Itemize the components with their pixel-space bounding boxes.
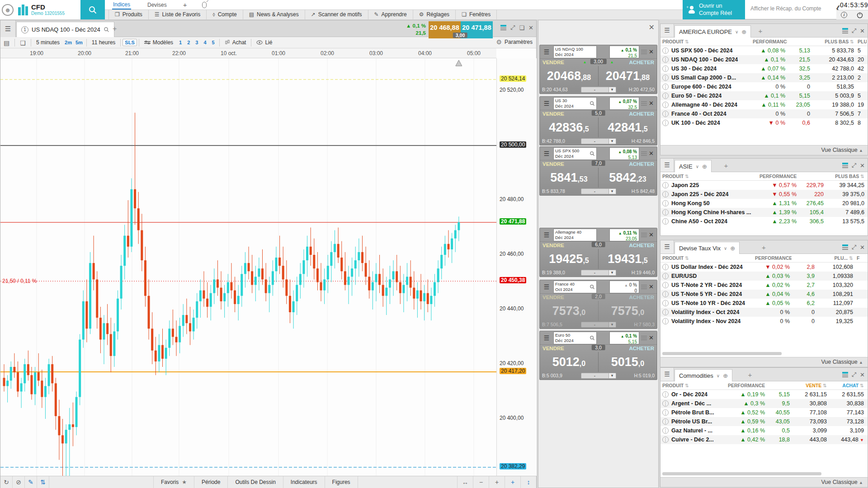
erase-icon[interactable]: ⊘ bbox=[13, 476, 25, 488]
depth-lines-icon[interactable] bbox=[641, 150, 647, 157]
info-icon[interactable]: ⋮ bbox=[662, 209, 669, 216]
widget-menu-button[interactable]: ☰ bbox=[540, 283, 553, 291]
info-icon[interactable]: ⋮ bbox=[662, 84, 669, 90]
table-row[interactable]: ⋮Argent - Déc ...▲ 0,3 %9,530,80830,838 bbox=[660, 399, 868, 408]
widget-instrument-name[interactable]: US 30Déc 2024 bbox=[553, 97, 597, 110]
chart-window-menu-button[interactable]: ☰ bbox=[0, 20, 16, 37]
pencil-icon[interactable]: ✎ bbox=[25, 476, 37, 488]
show-account-recap-link[interactable]: Afficher le Récap. du Compte bbox=[750, 5, 834, 12]
fit-vertical-icon[interactable]: ↕ bbox=[520, 476, 536, 488]
widget-buy-price-button[interactable]: 5842,23 bbox=[599, 168, 657, 188]
depth-lines-icon[interactable] bbox=[842, 371, 848, 378]
expand-icon[interactable]: ⤢ bbox=[852, 162, 856, 169]
info-icon[interactable]: ⋮ bbox=[662, 309, 669, 315]
info-icon[interactable]: ⋮ bbox=[662, 436, 669, 443]
table-row[interactable]: ⋮US NDAQ 100 - Déc 2024▲ 0,1 %21,520 434… bbox=[660, 55, 868, 64]
info-icon[interactable]: ⋮ bbox=[662, 93, 669, 99]
widget-buy-price-button[interactable]: 7575,0 bbox=[599, 301, 657, 321]
column-header[interactable]: PERFORMANCE ⇅ bbox=[753, 255, 792, 261]
zoom-out-icon[interactable]: − bbox=[473, 476, 489, 488]
close-icon[interactable]: ✕ bbox=[860, 371, 865, 378]
widget-sell-price-button[interactable]: 5841,53 bbox=[540, 168, 599, 188]
widget-sell-price-button[interactable]: 20468,88 bbox=[540, 66, 599, 86]
search-icon[interactable] bbox=[590, 151, 595, 156]
widget-buy-price-button[interactable]: 5015,0 bbox=[599, 352, 657, 372]
figures-button[interactable]: Figures bbox=[325, 476, 358, 488]
table-row[interactable]: ⋮US T-Note 5 YR - Déc 2024▲ 0,04 %4,6108… bbox=[660, 290, 868, 299]
indicateurs-button[interactable]: Indicateurs bbox=[283, 476, 325, 488]
sell-label[interactable]: VENDRE bbox=[542, 295, 564, 300]
panel-menu-button[interactable]: ☰ bbox=[660, 240, 674, 253]
workspace-tab-devises[interactable]: Devises bbox=[146, 1, 168, 9]
model-1-button[interactable]: 1 bbox=[176, 40, 184, 45]
panel-tab[interactable]: Devise Taux Vix∨⊕ bbox=[675, 242, 740, 254]
table-row[interactable]: ⋮Allemagne 40 - Déc 2024▲ 0,11 %23,0519 … bbox=[660, 100, 868, 109]
widget-instrument-name[interactable]: US SPX 500Déc 2024 bbox=[553, 147, 597, 160]
model-4-button[interactable]: 4 bbox=[201, 40, 209, 45]
search-icon[interactable] bbox=[590, 284, 595, 290]
crosshair-icon[interactable]: + bbox=[505, 476, 520, 488]
quantity-dropdown[interactable]: -▼ bbox=[581, 373, 616, 379]
table-row[interactable]: ⋮Europe 600 - Déc 20240 %0518,35 bbox=[660, 82, 868, 91]
table-row[interactable]: ⋮Hong Kong 50▲ 1,31 %276,4520 981,0 bbox=[660, 199, 868, 208]
achat-mode-button[interactable]: Achat bbox=[222, 39, 250, 46]
info-icon[interactable]: ⋮ bbox=[662, 264, 669, 270]
info-icon[interactable]: ⋮ bbox=[662, 56, 669, 63]
buy-price-button[interactable]: 20 471,88 ▲ 3,00 bbox=[461, 21, 493, 38]
buy-label[interactable]: ACHETER bbox=[629, 60, 654, 65]
table-row[interactable]: ⋮US Dollar Index - Déc 2024▼ 0,02 %2,810… bbox=[660, 263, 868, 272]
timeframe-5m-button[interactable]: 5m bbox=[74, 39, 85, 46]
table-row[interactable]: ⋮Japon 225▼ 0,57 %229,7939 344,25 bbox=[660, 181, 868, 190]
column-header[interactable]: PLUS H ⇅ bbox=[856, 39, 867, 44]
table-row[interactable]: ⋮Or - Déc 2024▲ 0,19 %5,152 631,152 631,… bbox=[660, 390, 868, 399]
depth-lines-icon[interactable] bbox=[641, 49, 647, 55]
column-header[interactable]: PRODUIT ⇅ bbox=[660, 174, 758, 179]
zoom-plus-icon[interactable]: ⊕ bbox=[741, 28, 746, 35]
quantity-dropdown[interactable]: -▼ bbox=[581, 270, 616, 276]
widget-instrument-name[interactable]: US NDAQ 100Déc 2024 bbox=[553, 46, 597, 58]
workspace-tab-indices[interactable]: Indices bbox=[112, 0, 131, 9]
add-workspace-tab-button[interactable]: + bbox=[183, 1, 187, 9]
range-selector[interactable]: 11 heures bbox=[89, 39, 118, 46]
model-3-button[interactable]: 3 bbox=[193, 40, 201, 45]
column-header[interactable]: PERFORMANCE ⇅ bbox=[758, 174, 798, 179]
widget-close-button[interactable]: ✕ bbox=[649, 100, 657, 107]
depth-lines-icon[interactable] bbox=[842, 162, 848, 169]
info-icon[interactable]: ⋮ bbox=[662, 102, 669, 108]
column-header[interactable]: ACHAT ⇅ bbox=[829, 383, 866, 388]
add-panel-tab-button[interactable]: + bbox=[724, 162, 728, 169]
table-row[interactable]: ⋮Cuivre - Déc 2...▲ 0,42 %18,8443,08443,… bbox=[660, 435, 868, 444]
periode-button[interactable]: Période bbox=[194, 476, 228, 488]
widget-buy-price-button[interactable]: 20471,88 bbox=[599, 66, 657, 86]
info-icon[interactable]: ⋮ bbox=[662, 282, 669, 288]
table-row[interactable]: ⋮Pétrole US Br...▲ 0,59 %43,0573,09373,1… bbox=[660, 417, 868, 426]
sell-label[interactable]: VENDRE bbox=[542, 243, 564, 248]
linked-button[interactable]: Lié bbox=[253, 39, 275, 46]
info-icon[interactable]: ⋮ bbox=[662, 300, 669, 306]
table-row[interactable]: ⋮EUR/USD▲ 0,03 %3,91,09338 bbox=[660, 272, 868, 281]
depth-lines-icon[interactable] bbox=[842, 27, 848, 34]
sell-label[interactable]: VENDRE bbox=[542, 60, 564, 65]
vue-classique-toggle[interactable]: Vue Classique ▲ bbox=[660, 477, 868, 487]
menu-item-scanner[interactable]: ↗Scanner de motifs bbox=[305, 9, 368, 19]
table-row[interactable]: ⋮US T-Note 10 YR - Déc 2024▲ 0,05 %6,211… bbox=[660, 299, 868, 308]
expand-icon[interactable]: ⤢ bbox=[510, 24, 515, 31]
refresh-icon[interactable]: ↻ bbox=[0, 476, 13, 488]
widget-menu-button[interactable]: ☰ bbox=[540, 334, 553, 342]
widget-buy-price-button[interactable]: 42841,5 bbox=[599, 117, 657, 137]
chart-instrument-tab[interactable]: 1 US NDAQ 100 - Déc 2024 bbox=[16, 22, 114, 37]
column-header[interactable]: PLU... ⇅ bbox=[816, 255, 855, 261]
power-icon[interactable] bbox=[856, 11, 863, 19]
horizontal-scrollbar[interactable] bbox=[662, 352, 782, 355]
panel-menu-button[interactable]: ☰ bbox=[660, 368, 674, 381]
widget-buy-price-button[interactable]: 19431,5 bbox=[599, 249, 657, 269]
table-row[interactable]: ⋮UK 100 - Déc 2024▼ 0 %0,68 302,58 bbox=[660, 118, 868, 127]
info-icon[interactable]: ⋮ bbox=[662, 318, 669, 324]
info-icon[interactable]: ⋮ bbox=[662, 66, 669, 72]
close-icon[interactable]: ✕ bbox=[860, 162, 865, 169]
table-row[interactable]: ⋮France 40 - Oct 20240 %07 506,57 bbox=[660, 109, 868, 118]
widget-menu-button[interactable]: ☰ bbox=[540, 100, 553, 107]
global-search-button[interactable] bbox=[80, 0, 105, 19]
info-icon[interactable]: i bbox=[841, 12, 847, 18]
price-axis[interactable]: 20 524,1420 520,0020 500,0020 480,0020 4… bbox=[496, 58, 537, 476]
